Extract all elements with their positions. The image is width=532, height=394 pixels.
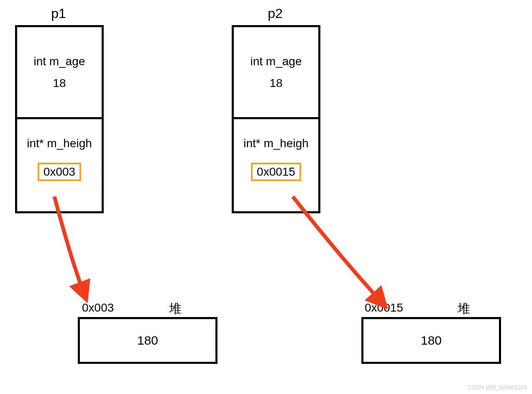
p2-height-field: int* m_heigh [243,137,309,150]
heap1-value: 180 [137,333,158,348]
p1-height-field: int* m_heigh [27,137,92,150]
p1-height-cell: int* m_heigh 0x003 [17,119,102,211]
p1-label: p1 [46,6,71,21]
p1-addr-box: 0x003 [38,163,81,181]
p2-addr-box: 0x0015 [251,163,301,181]
heap2-box: 180 [361,317,501,364]
p2-height-cell: int* m_heigh 0x0015 [234,119,318,211]
p1-box: int m_age 18 int* m_heigh 0x003 [15,25,104,213]
p2-age-value: 18 [269,77,282,90]
heap1-box: 180 [78,317,217,364]
p2-label: p2 [263,6,288,21]
p2-age-field: int m_age [251,55,302,68]
watermark: CSDN @B_White1024 [468,384,527,391]
p1-age-field: int m_age [34,55,85,68]
heap2-label: 堆 [458,300,470,317]
heap1-addr: 0x003 [82,301,114,315]
heap1-label: 堆 [169,300,182,317]
p1-age-cell: int m_age 18 [17,27,102,119]
p2-box: int m_age 18 int* m_heigh 0x0015 [232,25,320,213]
p2-age-cell: int m_age 18 [234,27,318,119]
heap2-addr: 0x0015 [365,301,403,315]
p1-age-value: 18 [53,77,66,90]
heap2-value: 180 [421,333,442,348]
